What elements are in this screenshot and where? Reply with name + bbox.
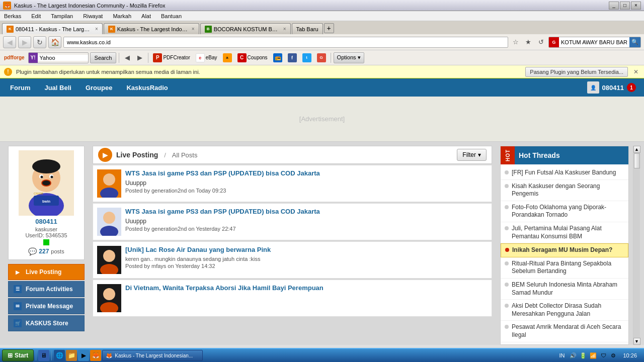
taskbar-ie-icon[interactable]: 🌐 bbox=[54, 350, 65, 361]
nav-forum[interactable]: Forum bbox=[8, 84, 32, 92]
plugin-close-button[interactable]: ✕ bbox=[632, 68, 640, 76]
hot-thread-9[interactable]: Pesawat Amrik Mendarat di Aceh Secara Il… bbox=[501, 321, 628, 342]
scroll-thumb[interactable] bbox=[634, 153, 640, 168]
options-button[interactable]: Options ▾ bbox=[334, 52, 364, 63]
kaskus-store-icon: 🛒 bbox=[14, 319, 22, 327]
hot-dot-7 bbox=[505, 283, 509, 287]
sidebar-private-message[interactable]: ✉ Private Message bbox=[8, 298, 85, 314]
addon-nav-right[interactable]: ▶ bbox=[134, 52, 145, 63]
taskbar-firefox-icon[interactable]: 🦊 bbox=[90, 350, 101, 361]
hot-thread-4[interactable]: Juli, Pertamina Mulai Pasang Alat Pemant… bbox=[501, 222, 628, 243]
menu-markah[interactable]: Markah bbox=[111, 13, 133, 19]
scroll-track[interactable] bbox=[633, 153, 640, 338]
tray-icon-1[interactable]: 🔊 bbox=[569, 351, 578, 360]
hot-thread-1[interactable]: [FR] Fun Futsal Ala Kaskuser Bandung bbox=[501, 166, 628, 180]
scrollbar[interactable]: ▲ ▼ bbox=[633, 146, 640, 345]
minimize-button[interactable]: _ bbox=[609, 2, 619, 10]
menu-berkas[interactable]: Berkas bbox=[2, 13, 23, 19]
twitter-icon: t bbox=[302, 53, 311, 62]
hot-thread-8[interactable]: Aksi Debt Collector Dirasa Sudah Meresah… bbox=[501, 300, 628, 321]
yahoo-search-box[interactable]: Y! bbox=[28, 52, 89, 63]
home-button[interactable]: 🏠 bbox=[48, 36, 61, 48]
fb-icon-btn[interactable]: f bbox=[286, 52, 299, 63]
filter-button[interactable]: Filter ▾ bbox=[457, 149, 487, 161]
ad-banner: [Advertisement] bbox=[0, 97, 644, 142]
hot-dot-9 bbox=[505, 325, 509, 329]
tab-2[interactable]: K Kaskus - The Largest Indonesic Commu..… bbox=[104, 23, 199, 34]
search-submit-button[interactable]: 🔍 bbox=[629, 37, 640, 48]
hot-thread-2[interactable]: Kisah Kaskuser dengan Seorang Pengemis bbox=[501, 180, 628, 201]
hot-thread-3[interactable]: Foto-Foto Oklahoma yang Diporak-Porandak… bbox=[501, 201, 628, 222]
back-button[interactable]: ◀ bbox=[3, 36, 16, 48]
tray-icon-3[interactable]: 📶 bbox=[589, 351, 598, 360]
start-button[interactable]: ⊞ Start bbox=[2, 349, 34, 361]
taskbar-media-icon[interactable]: ▶ bbox=[78, 350, 89, 361]
forward-button[interactable]: ▶ bbox=[18, 36, 31, 48]
reload-icon[interactable]: ↺ bbox=[535, 37, 546, 48]
taskbar-show-desktop[interactable]: 🖥 bbox=[38, 350, 49, 361]
sidebar-live-posting[interactable]: ▶ Live Posting bbox=[8, 264, 85, 280]
coupons-icon-btn[interactable]: C Coupons bbox=[235, 52, 270, 63]
search-button[interactable]: Search bbox=[90, 52, 117, 63]
taskbar-folder-icon[interactable]: 📁 bbox=[66, 350, 77, 361]
post-4-title[interactable]: Di Vietnam, Wanita Terpaksa Aborsi Jika … bbox=[125, 284, 488, 293]
taskbar-firefox-window[interactable]: 🦊 Kaskus - The Largest Indonesian... bbox=[102, 350, 203, 361]
nav-groupee[interactable]: Groupee bbox=[84, 84, 114, 92]
sidebar-forum-activities[interactable]: ☰ Forum Activities bbox=[8, 281, 85, 297]
close-button[interactable]: × bbox=[631, 2, 641, 10]
address-bar[interactable] bbox=[63, 37, 508, 48]
new-tab-button[interactable]: + bbox=[324, 23, 334, 33]
pdf-creator-icon[interactable]: P PDFCreator bbox=[151, 52, 192, 63]
post-2-title[interactable]: WTS Jasa isi game PS3 dan PSP (UPDATED) … bbox=[125, 208, 488, 216]
twitter-icon-btn[interactable]: t bbox=[300, 52, 313, 63]
user-username[interactable]: 080411 bbox=[13, 218, 80, 225]
nav-jualbeli[interactable]: Jual Beli bbox=[42, 84, 73, 92]
hot-thread-6[interactable]: Ritual-Ritual Para Bintang Sepakbola Seb… bbox=[501, 257, 628, 279]
menu-tampilan[interactable]: Tampilan bbox=[49, 13, 75, 19]
scroll-down-button[interactable]: ▼ bbox=[633, 338, 640, 345]
post-2-avatar bbox=[97, 208, 121, 236]
post-1-title[interactable]: WTS Jasa isi game PS3 dan PSP (UPDATED) … bbox=[125, 169, 488, 178]
yahoo-search-input[interactable] bbox=[38, 55, 88, 61]
sidebar-kaskus-store[interactable]: 🛒 KASKUS Store bbox=[8, 315, 85, 331]
svg-point-14 bbox=[103, 173, 115, 186]
radio-icon-btn[interactable]: 📻 bbox=[271, 52, 284, 63]
menu-alat[interactable]: Alat bbox=[139, 13, 153, 19]
menu-riwayat[interactable]: Riwayat bbox=[81, 13, 105, 19]
hot-dot-3 bbox=[505, 205, 509, 209]
bookmark-star[interactable]: ☆ bbox=[510, 37, 521, 48]
tab-2-close[interactable]: × bbox=[192, 26, 195, 32]
tray-icon-4[interactable]: 🛡 bbox=[599, 351, 608, 360]
tab-3-close[interactable]: × bbox=[283, 26, 286, 32]
notification-badge[interactable]: 1 bbox=[627, 83, 636, 92]
maximize-button[interactable]: □ bbox=[620, 2, 630, 10]
reload-button[interactable]: ↻ bbox=[33, 36, 46, 48]
speech-bubble-icon: 💬 bbox=[28, 247, 37, 255]
tray-icon-5[interactable]: ⚙ bbox=[609, 351, 618, 360]
tab-1[interactable]: K 080411 - Kaskus - The Largest Indonesi… bbox=[2, 23, 103, 34]
hot-thread-5[interactable]: Inikah Seragam MU Musim Depan? bbox=[501, 243, 628, 257]
post-3-title[interactable]: [Unik] Lac Rose Air Danau yang berwarna … bbox=[125, 246, 488, 254]
tab-4[interactable]: Tab Baru bbox=[292, 23, 323, 34]
svg-point-6 bbox=[41, 176, 43, 178]
sidebar-menu: ▶ Live Posting ☰ Forum Activities ✉ bbox=[8, 264, 85, 331]
amazon-icon-btn[interactable]: a bbox=[221, 52, 234, 63]
addon-nav-left[interactable]: ◀ bbox=[122, 52, 133, 63]
ebay-icon-btn[interactable]: e eBay bbox=[194, 52, 219, 63]
nav-kaskusradio[interactable]: KaskusRadio bbox=[124, 84, 170, 92]
scroll-up-button[interactable]: ▲ bbox=[633, 146, 640, 153]
google-icon-btn[interactable]: G bbox=[315, 52, 328, 63]
bookmark-list[interactable]: ★ bbox=[523, 37, 534, 48]
menu-edit[interactable]: Edit bbox=[29, 13, 43, 19]
svg-text:bwin: bwin bbox=[42, 200, 50, 203]
svg-point-7 bbox=[51, 176, 53, 178]
posts-count: 227 bbox=[39, 248, 49, 255]
hot-thread-7[interactable]: BEM Seluruh Indonesia Minta Abraham Sama… bbox=[501, 279, 628, 300]
tab-1-close[interactable]: × bbox=[95, 26, 98, 32]
tab-3[interactable]: B BOCORAN KOSTUM BARU MU MUSIM DE... × bbox=[200, 23, 291, 34]
post-3-preview: keren gan.. mungkin danaunya sedang jatu… bbox=[125, 256, 488, 262]
plugin-action-button[interactable]: Pasang Plugin yang Belum Tersedia... bbox=[525, 67, 628, 77]
tray-icon-2[interactable]: 🔋 bbox=[579, 351, 588, 360]
browser-search-input[interactable] bbox=[559, 39, 629, 45]
menu-bantuan[interactable]: Bantuan bbox=[159, 13, 184, 19]
